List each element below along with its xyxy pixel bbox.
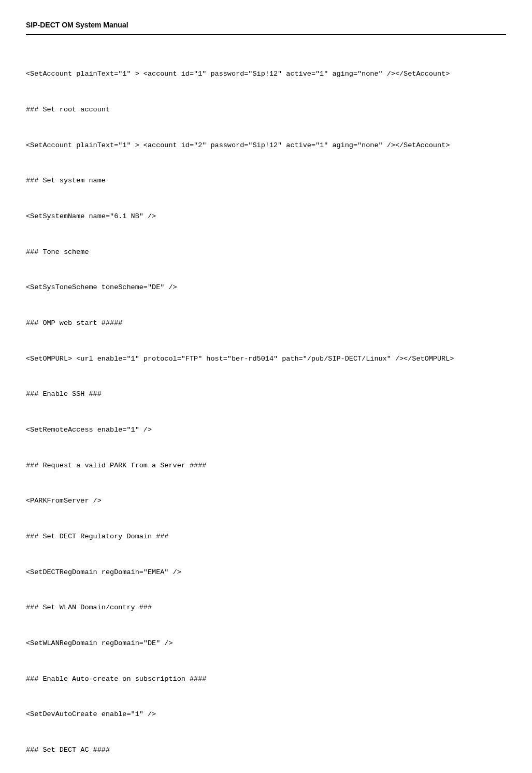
code-line: <PARKFromServer />	[26, 496, 506, 506]
code-line: ### Set DECT Regulatory Domain ###	[26, 532, 506, 541]
code-line: ### Set system name	[26, 176, 506, 185]
code-line: ### Enable SSH ###	[26, 390, 506, 399]
code-line: ### Request a valid PARK from a Server #…	[26, 461, 506, 470]
code-line: <SetDevAutoCreate enable="1" />	[26, 710, 506, 719]
code-line: ### Set root account	[26, 105, 506, 114]
code-line: ### OMP web start #####	[26, 319, 506, 328]
configuration-code-block: <SetAccount plainText="1" > <account id=…	[26, 51, 506, 773]
page-header: SIP-DECT OM System Manual	[26, 21, 506, 35]
code-line: <SetSysToneScheme toneScheme="DE" />	[26, 283, 506, 292]
manual-title: SIP-DECT OM System Manual	[26, 21, 128, 29]
code-line: ### Tone scheme	[26, 248, 506, 257]
code-line: <SetDECTRegDomain regDomain="EMEA" />	[26, 568, 506, 577]
code-line: ### Enable Auto-create on subscription #…	[26, 675, 506, 684]
code-line: <SetOMPURL> <url enable="1" protocol="FT…	[26, 354, 506, 364]
code-line: ### Set DECT AC ####	[26, 746, 506, 755]
code-line: <SetWLANRegDomain regDomain="DE" />	[26, 639, 506, 648]
code-line: ### Set WLAN Domain/contry ###	[26, 603, 506, 612]
code-line: <SetAccount plainText="1" > <account id=…	[26, 69, 506, 79]
code-line: <SetAccount plainText="1" > <account id=…	[26, 141, 506, 150]
code-line: <SetSystemName name="6.1 NB" />	[26, 212, 506, 221]
code-line: <SetRemoteAccess enable="1" />	[26, 425, 506, 435]
